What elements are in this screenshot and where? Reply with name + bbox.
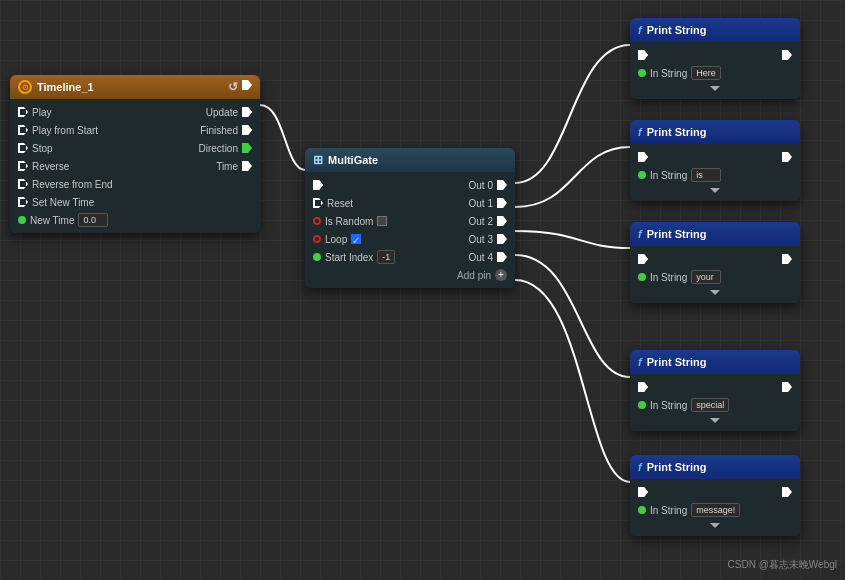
print1-title: Print String: [647, 24, 707, 36]
timeline-body: Play Update Play from Start Finished Sto…: [10, 99, 260, 233]
multigate-exec-row: Out 0: [305, 176, 515, 194]
print2-title: Print String: [647, 126, 707, 138]
print1-body: In String Here: [630, 42, 800, 99]
print2-header: f Print String: [630, 120, 800, 144]
print4-body: In String special: [630, 374, 800, 431]
multigate-header: ⊞ MultiGate: [305, 148, 515, 172]
add-pin-row[interactable]: Add pin +: [305, 266, 515, 284]
print3-string-pin: [638, 273, 646, 281]
print3-exec-row: [630, 250, 800, 268]
print4-string-pin: [638, 401, 646, 409]
pin-out3: [497, 234, 507, 244]
print1-string-row: In String Here: [630, 64, 800, 82]
pin-reversefromend: [18, 179, 28, 189]
pin-reverse: [18, 161, 28, 171]
func-icon-1: f: [638, 24, 642, 36]
multigate-body: Out 0 Reset Out 1 Is Random Out 2 Loop ✓…: [305, 172, 515, 288]
pin-israndom: [313, 217, 321, 225]
print2-string-pin: [638, 171, 646, 179]
timeline-title: Timeline_1: [37, 81, 94, 93]
print5-string-pin: [638, 506, 646, 514]
print1-string-value[interactable]: Here: [691, 66, 721, 80]
loop-checkbox[interactable]: ✓: [351, 234, 361, 244]
print3-chevron: [710, 290, 720, 295]
pin-exec-in: [313, 180, 323, 190]
pin-time: [242, 161, 252, 171]
print5-exec-out: [782, 487, 792, 497]
func-icon-3: f: [638, 228, 642, 240]
print4-string-value[interactable]: special: [691, 398, 729, 412]
print1-header: f Print String: [630, 18, 800, 42]
print5-header: f Print String: [630, 455, 800, 479]
print4-string-label: In String: [650, 400, 687, 411]
print3-string-label: In String: [650, 272, 687, 283]
multigate-title: MultiGate: [328, 154, 378, 166]
timeline-node: ⊙ Timeline_1 ↺ Play Update Play from Sta…: [10, 75, 260, 233]
timeline-row-playfromstart: Play from Start Finished: [10, 121, 260, 139]
print-string-3: f Print String In String your: [630, 222, 800, 303]
timeline-icon: ⊙: [18, 80, 32, 94]
pin-direction: [242, 143, 252, 153]
print5-string-label: In String: [650, 505, 687, 516]
pin-update: [242, 107, 252, 117]
print4-exec-row: [630, 378, 800, 396]
newtime-value[interactable]: 0.0: [78, 213, 108, 227]
pin-play: [18, 107, 28, 117]
multigate-israndom-row: Is Random Out 2: [305, 212, 515, 230]
pin-finished: [242, 125, 252, 135]
print1-string-label: In String: [650, 68, 687, 79]
print1-string-pin: [638, 69, 646, 77]
pin-stop: [18, 143, 28, 153]
print2-string-row: In String is: [630, 166, 800, 184]
pin-playfromstart: [18, 125, 28, 135]
print2-string-label: In String: [650, 170, 687, 181]
pin-reset: [313, 198, 323, 208]
print1-exec-out: [782, 50, 792, 60]
print5-exec-in: [638, 487, 648, 497]
pin-out2: [497, 216, 507, 226]
refresh-icon[interactable]: ↺: [228, 80, 238, 94]
print2-exec-row: [630, 148, 800, 166]
print4-exec-in: [638, 382, 648, 392]
pin-loop: [313, 235, 321, 243]
israndom-checkbox[interactable]: [377, 216, 387, 226]
pin-out0: [497, 180, 507, 190]
print5-string-row: In String message!: [630, 501, 800, 519]
print5-chevron: [710, 523, 720, 528]
print3-exec-out: [782, 254, 792, 264]
timeline-row-stop: Stop Direction: [10, 139, 260, 157]
add-pin-icon: +: [495, 269, 507, 281]
print-string-1: f Print String In String Here: [630, 18, 800, 99]
print2-exec-in: [638, 152, 648, 162]
print3-string-value[interactable]: your: [691, 270, 721, 284]
print5-exec-row: [630, 483, 800, 501]
multigate-node: ⊞ MultiGate Out 0 Reset Out 1 Is Random …: [305, 148, 515, 288]
print4-exec-out: [782, 382, 792, 392]
print-string-2: f Print String In String is: [630, 120, 800, 201]
print1-exec-in: [638, 50, 648, 60]
timeline-header: ⊙ Timeline_1 ↺: [10, 75, 260, 99]
print1-chevron: [710, 86, 720, 91]
func-icon-5: f: [638, 461, 642, 473]
multigate-startindex-row: Start Index -1 Out 4: [305, 248, 515, 266]
print5-string-value[interactable]: message!: [691, 503, 740, 517]
print2-exec-out: [782, 152, 792, 162]
print3-string-row: In String your: [630, 268, 800, 286]
print3-title: Print String: [647, 228, 707, 240]
print1-exec-row: [630, 46, 800, 64]
watermark: CSDN @暮志未晚Webgl: [728, 558, 837, 572]
print4-string-row: In String special: [630, 396, 800, 414]
timeline-row-newtime: New Time 0.0: [10, 211, 260, 229]
timeline-row-reverse: Reverse Time: [10, 157, 260, 175]
print4-header: f Print String: [630, 350, 800, 374]
pin-out4: [497, 252, 507, 262]
print-string-5: f Print String In String message!: [630, 455, 800, 536]
exec-out-icon: [242, 80, 252, 90]
timeline-row-play: Play Update: [10, 103, 260, 121]
func-icon-2: f: [638, 126, 642, 138]
pin-startindex: [313, 253, 321, 261]
print2-string-value[interactable]: is: [691, 168, 721, 182]
func-icon-4: f: [638, 356, 642, 368]
startindex-value[interactable]: -1: [377, 250, 395, 264]
print3-exec-in: [638, 254, 648, 264]
